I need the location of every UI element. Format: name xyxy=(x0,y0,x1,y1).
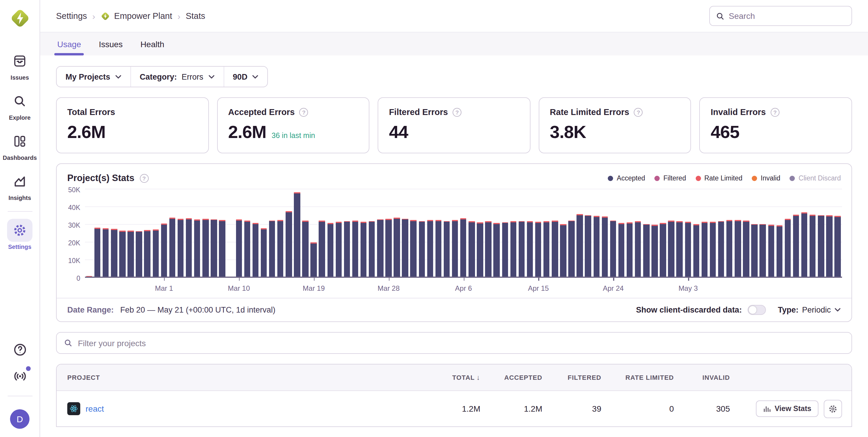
chart-bar[interactable] xyxy=(161,224,167,277)
chart-bar[interactable] xyxy=(560,224,566,277)
whats-new-button[interactable] xyxy=(12,369,27,385)
tab-issues[interactable]: Issues xyxy=(98,32,124,56)
chart-bar[interactable] xyxy=(760,224,766,277)
chart-bar[interactable] xyxy=(203,219,209,277)
chart-bar[interactable] xyxy=(468,221,475,277)
chart-bar[interactable] xyxy=(186,218,192,277)
date-period-selector[interactable]: 90D xyxy=(223,67,268,87)
chart-bar[interactable] xyxy=(544,221,550,277)
chart-bar[interactable] xyxy=(610,220,616,277)
sidebar-item-dashboards[interactable]: Dashboards xyxy=(3,130,37,161)
chart-bar[interactable] xyxy=(311,243,317,277)
chart-bar[interactable] xyxy=(784,219,791,277)
chart-bar[interactable] xyxy=(277,220,283,277)
chart-bar[interactable] xyxy=(460,218,466,277)
legend-rate-limited[interactable]: Rate Limited xyxy=(695,174,742,182)
chart-bar[interactable] xyxy=(618,223,625,277)
chart-bar[interactable] xyxy=(818,215,824,277)
chart-bar[interactable] xyxy=(244,221,250,277)
chart-bar[interactable] xyxy=(252,223,258,277)
chart-bar[interactable] xyxy=(801,212,808,277)
chart-bar[interactable] xyxy=(726,220,733,277)
chart-bar[interactable] xyxy=(535,222,541,277)
legend-filtered[interactable]: Filtered xyxy=(655,174,686,182)
chart-bar[interactable] xyxy=(502,222,508,277)
chart-bar[interactable] xyxy=(119,230,125,277)
chart-bar[interactable] xyxy=(651,225,658,277)
chart-bar[interactable] xyxy=(677,221,683,277)
project-settings-button[interactable] xyxy=(824,400,842,418)
chart-bar[interactable] xyxy=(178,219,184,277)
chart-bar[interactable] xyxy=(294,192,300,277)
view-stats-button[interactable]: View Stats xyxy=(755,400,818,417)
chart-bar[interactable] xyxy=(444,221,450,277)
project-link[interactable]: react xyxy=(86,404,104,413)
chart-bar[interactable] xyxy=(702,222,708,277)
chart-bar[interactable] xyxy=(685,222,691,277)
chart-bar[interactable] xyxy=(793,215,799,277)
chart-bar[interactable] xyxy=(352,221,359,277)
chart-bar[interactable] xyxy=(211,219,217,277)
chart-bar[interactable] xyxy=(402,218,408,277)
chart-bar[interactable] xyxy=(377,219,383,277)
legend-accepted[interactable]: Accepted xyxy=(608,174,645,182)
chart-bar[interactable] xyxy=(494,223,500,277)
client-discard-toggle[interactable] xyxy=(748,305,766,315)
help-icon[interactable]: ? xyxy=(453,108,461,116)
chart-bar[interactable] xyxy=(194,220,200,277)
chart-bar[interactable] xyxy=(693,224,699,277)
chart-bar[interactable] xyxy=(568,220,575,277)
chart-bar[interactable] xyxy=(518,221,525,277)
help-button[interactable] xyxy=(13,343,27,359)
category-selector[interactable]: Category: Errors xyxy=(130,67,224,87)
chart-bar[interactable] xyxy=(385,219,392,277)
chart-bar[interactable] xyxy=(627,222,633,277)
chart-bar[interactable] xyxy=(86,276,92,277)
chart-bar[interactable] xyxy=(369,221,375,277)
chart-bar[interactable] xyxy=(103,229,109,277)
chart-bar[interactable] xyxy=(261,229,267,277)
app-logo[interactable] xyxy=(8,7,31,32)
sidebar-item-explore[interactable]: Explore xyxy=(7,90,32,121)
sidebar-item-insights[interactable]: Insights xyxy=(7,170,32,201)
chart-bar[interactable] xyxy=(510,222,516,277)
chart-bar[interactable] xyxy=(153,229,159,277)
tab-health[interactable]: Health xyxy=(139,32,165,56)
chart-bar[interactable] xyxy=(435,220,442,277)
tab-usage[interactable]: Usage xyxy=(56,32,82,56)
chart-bar[interactable] xyxy=(418,221,425,277)
chart-bar[interactable] xyxy=(169,217,176,277)
chart-bar[interactable] xyxy=(336,222,342,277)
chart-bar[interactable] xyxy=(327,223,333,277)
chart-bar[interactable] xyxy=(319,221,325,277)
chart-bar[interactable] xyxy=(111,229,117,277)
chart-bar[interactable] xyxy=(718,221,724,277)
chart-bar[interactable] xyxy=(219,220,225,277)
chart-bar[interactable] xyxy=(527,221,533,277)
user-avatar[interactable]: D xyxy=(10,409,30,429)
sidebar-item-issues[interactable]: Issues xyxy=(7,49,32,81)
chart-bar[interactable] xyxy=(735,220,741,277)
chart-bar[interactable] xyxy=(826,215,832,277)
chart-bar[interactable] xyxy=(660,223,666,277)
search-input[interactable] xyxy=(729,11,845,21)
chart-bar[interactable] xyxy=(236,220,242,277)
help-icon[interactable]: ? xyxy=(634,108,643,116)
sidebar-item-settings[interactable]: Settings xyxy=(7,219,32,250)
chart-bar[interactable] xyxy=(835,216,841,277)
chart-bar[interactable] xyxy=(427,220,433,277)
chart-bar[interactable] xyxy=(710,222,716,277)
chart-bar[interactable] xyxy=(94,228,101,277)
chart-bar[interactable] xyxy=(635,222,641,277)
chart-bar[interactable] xyxy=(136,231,142,277)
project-selector[interactable]: My Projects xyxy=(57,67,130,87)
chart-bar[interactable] xyxy=(643,224,649,277)
chart-bar[interactable] xyxy=(394,218,400,277)
chart-bar[interactable] xyxy=(577,214,583,277)
chart-bar[interactable] xyxy=(776,226,782,277)
chart-bar[interactable] xyxy=(286,211,292,277)
project-filter-input[interactable] xyxy=(78,338,844,348)
chart-bar[interactable] xyxy=(585,215,591,277)
chart-bar[interactable] xyxy=(601,216,608,277)
chart-bar[interactable] xyxy=(344,221,350,277)
